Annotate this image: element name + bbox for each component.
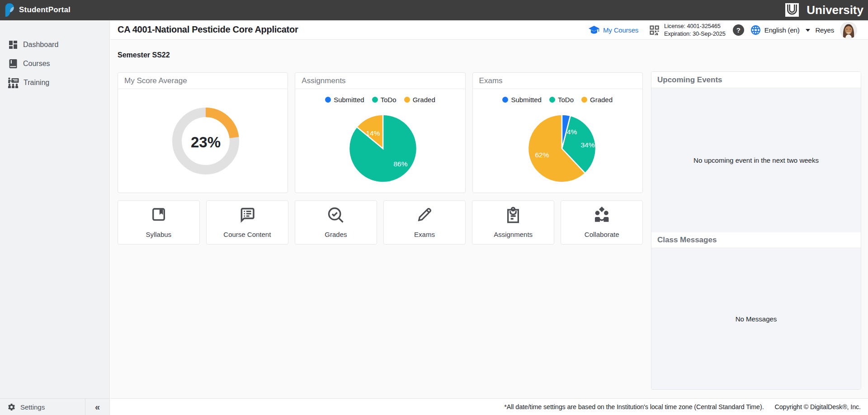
svg-text:14%: 14%: [366, 129, 380, 137]
svg-text:86%: 86%: [394, 160, 408, 168]
svg-text:23%: 23%: [191, 134, 221, 151]
svg-text:4%: 4%: [566, 128, 577, 136]
svg-text:34%: 34%: [580, 141, 594, 149]
svg-text:62%: 62%: [535, 151, 549, 159]
